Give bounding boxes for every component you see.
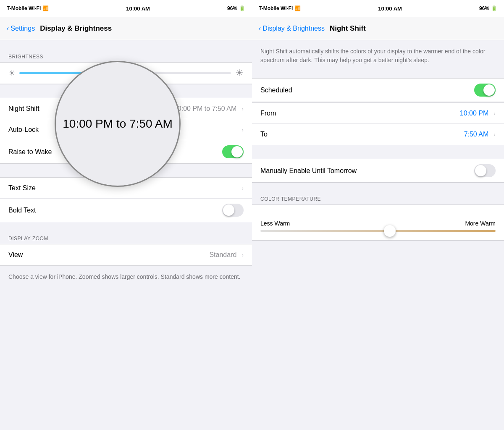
brightness-header: BRIGHTNESS	[0, 54, 252, 62]
view-row[interactable]: View Standard ›	[0, 244, 252, 265]
view-chevron: ›	[242, 252, 244, 258]
back-button-left[interactable]: ‹ Settings	[7, 25, 35, 32]
from-label: From	[260, 110, 460, 117]
manually-knob	[475, 165, 486, 176]
from-row[interactable]: From 10:00 PM ›	[252, 103, 504, 124]
night-shift-value: 10:00 PM to 7:50 AM	[174, 105, 236, 113]
chevron-left-icon-right: ‹	[259, 25, 261, 32]
color-temp-track-container[interactable]	[260, 227, 496, 235]
left-panel: T-Mobile Wi-Fi 📶 10:00 AM 96% 🔋 ‹ Settin…	[0, 0, 252, 430]
carrier-left: T-Mobile Wi-Fi	[7, 5, 41, 11]
wifi-icon-right: 📶	[294, 5, 301, 11]
display-zoom-header: DISPLAY ZOOM	[0, 236, 252, 244]
status-right-left: 96% 🔋	[227, 5, 245, 11]
status-bar-right: T-Mobile Wi-Fi 📶 10:00 AM 96% 🔋	[252, 0, 504, 17]
magnifier-circle: 10:00 PM to 7:50 AM	[55, 61, 181, 187]
from-chevron: ›	[494, 110, 496, 117]
bold-text-toggle[interactable]	[222, 204, 244, 217]
auto-lock-chevron: ›	[242, 126, 244, 133]
sun-large-icon: ☀	[235, 68, 244, 79]
manually-row[interactable]: Manually Enable Until Tomorrow	[252, 159, 504, 182]
back-label-right: Display & Brightness	[262, 25, 325, 32]
magnifier-text: 10:00 PM to 7:50 AM	[63, 117, 173, 131]
nav-bar-left: ‹ Settings Display & Brightness	[0, 17, 252, 40]
color-temp-thumb[interactable]	[384, 225, 396, 237]
raise-to-wake-toggle[interactable]	[222, 145, 244, 158]
status-bar-left: T-Mobile Wi-Fi 📶 10:00 AM 96% 🔋	[0, 0, 252, 17]
from-to-group: From 10:00 PM › To 7:50 AM ›	[252, 102, 504, 145]
color-temp-group: Less Warm More Warm	[252, 205, 504, 241]
battery-icon-left: 🔋	[239, 5, 245, 11]
to-row[interactable]: To 7:50 AM ›	[252, 124, 504, 145]
scheduled-row[interactable]: Scheduled	[252, 79, 504, 102]
time-left: 10:00 AM	[126, 5, 150, 12]
less-warm-label: Less Warm	[260, 220, 290, 227]
color-temp-section: COLOR TEMPERATURE Less Warm More Warm	[252, 196, 504, 241]
display-zoom-footer: Choose a view for iPhone. Zoomed shows l…	[0, 266, 252, 288]
color-temp-inner: Less Warm More Warm	[252, 205, 504, 240]
text-size-chevron: ›	[242, 185, 244, 191]
chevron-left-icon: ‹	[7, 25, 9, 32]
back-label-left: Settings	[10, 25, 35, 32]
bold-text-row[interactable]: Bold Text	[0, 199, 252, 222]
battery-icon-right: 🔋	[491, 5, 497, 11]
night-shift-description: Night Shift automatically shifts the col…	[252, 40, 504, 71]
sun-small-icon: ☀	[8, 68, 15, 78]
view-value: Standard	[209, 251, 236, 259]
status-left: T-Mobile Wi-Fi 📶	[7, 5, 49, 11]
to-chevron: ›	[494, 131, 496, 138]
bold-text-knob	[223, 205, 234, 216]
carrier-right: T-Mobile Wi-Fi	[259, 5, 293, 11]
status-right-right: 96% 🔋	[479, 5, 497, 11]
to-value: 7:50 AM	[464, 131, 489, 138]
battery-pct-left: 96%	[227, 5, 237, 11]
night-shift-chevron: ›	[242, 105, 244, 112]
display-zoom-section: DISPLAY ZOOM View Standard › Choose a vi…	[0, 236, 252, 288]
right-panel: T-Mobile Wi-Fi 📶 10:00 AM 96% 🔋 ‹ Displa…	[252, 0, 504, 430]
wifi-icon-left: 📶	[42, 5, 49, 11]
manually-toggle[interactable]	[474, 164, 496, 177]
color-temp-track[interactable]	[260, 230, 496, 232]
from-value: 10:00 PM	[460, 110, 488, 117]
back-button-right[interactable]: ‹ Display & Brightness	[259, 25, 325, 32]
scheduled-knob	[483, 84, 495, 96]
manually-group: Manually Enable Until Tomorrow	[252, 159, 504, 183]
battery-pct-right: 96%	[479, 5, 489, 11]
time-right: 10:00 AM	[378, 5, 402, 12]
raise-to-wake-knob	[231, 146, 243, 157]
display-zoom-group: View Standard ›	[0, 244, 252, 266]
color-temp-labels: Less Warm More Warm	[260, 220, 496, 227]
nav-bar-right: ‹ Display & Brightness Night Shift	[252, 17, 504, 40]
scheduled-label: Scheduled	[260, 87, 474, 94]
more-warm-label: More Warm	[465, 220, 496, 227]
bold-text-label: Bold Text	[8, 207, 222, 214]
scheduled-section: Scheduled	[252, 78, 504, 102]
manually-label: Manually Enable Until Tomorrow	[260, 167, 474, 175]
view-label: View	[8, 251, 209, 259]
page-title-left: Display & Brightness	[40, 24, 112, 33]
manually-section: Manually Enable Until Tomorrow	[252, 159, 504, 183]
scheduled-group: Scheduled	[252, 78, 504, 102]
to-label: To	[260, 131, 464, 138]
page-title-right: Night Shift	[330, 24, 366, 33]
color-temp-header: COLOR TEMPERATURE	[252, 196, 504, 205]
scheduled-toggle[interactable]	[474, 84, 496, 97]
status-left-right: T-Mobile Wi-Fi 📶	[259, 5, 301, 11]
